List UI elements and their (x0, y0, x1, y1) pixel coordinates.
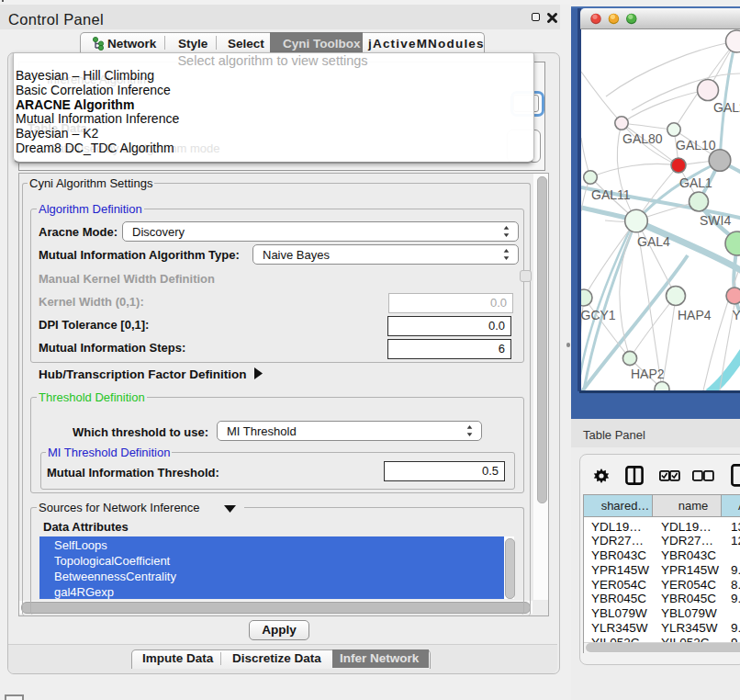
svg-text:GAL11: GAL11 (591, 187, 631, 202)
svg-text:HAP4: HAP4 (678, 308, 712, 322)
svg-text:YJ: YJ (733, 308, 740, 322)
svg-text:GAL80: GAL80 (622, 131, 663, 146)
svg-text:GAL1: GAL1 (679, 175, 712, 190)
svg-text:SWI4: SWI4 (700, 213, 731, 228)
svg-text:HAP2: HAP2 (631, 367, 665, 381)
svg-text:GAL4: GAL4 (637, 234, 670, 249)
svg-text:GCY1: GCY1 (581, 308, 616, 322)
svg-text:GAL10: GAL10 (676, 138, 716, 152)
svg-text:GAL2: GAL2 (713, 100, 740, 115)
